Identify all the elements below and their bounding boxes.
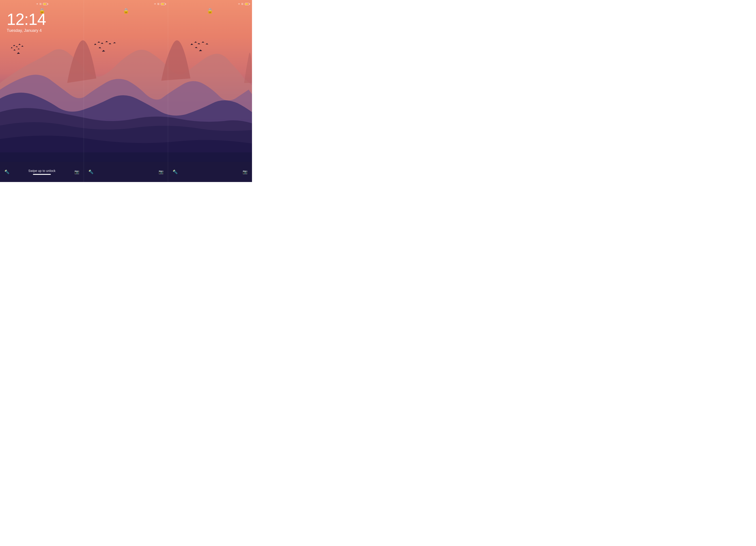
- bottom-bar-3: 🔦 📷: [168, 162, 252, 182]
- flashlight-icon-2[interactable]: 🔦: [88, 169, 93, 174]
- panel-1: ✈ ⛓ 🔒 12:14 Tuesday, January 4 🔦 Swipe u…: [0, 0, 84, 182]
- panel-divider-2: [168, 0, 168, 182]
- flashlight-icon-3[interactable]: 🔦: [173, 169, 178, 174]
- battery-icon-1: [43, 3, 47, 5]
- camera-icon-1[interactable]: 📷: [74, 169, 79, 174]
- camera-icon-2[interactable]: 📷: [159, 169, 164, 174]
- unlock-text-1: Swipe up to unlock: [28, 169, 56, 172]
- panels-container: ✈ ⛓ 🔒 12:14 Tuesday, January 4 🔦 Swipe u…: [0, 0, 252, 182]
- bottom-bar-2: 🔦 📷: [84, 162, 168, 182]
- status-bar-3: ✈ ⛓: [168, 0, 252, 6]
- flashlight-icon-1[interactable]: 🔦: [4, 169, 9, 174]
- lock-icon-3: 🔒: [207, 8, 213, 14]
- airplane-icon-2: ✈: [154, 3, 156, 5]
- battery-icon-2: [161, 3, 165, 5]
- bottom-bar-1: 🔦 Swipe up to unlock 📷: [0, 162, 84, 182]
- status-bar-2: ✈ ⛓: [84, 0, 168, 6]
- panel-2: ✈ ⛓ 🔒 🔦 📷: [84, 0, 168, 182]
- airplane-icon-3: ✈: [238, 3, 240, 5]
- time-display: 12:14 Tuesday, January 4: [7, 11, 46, 33]
- link-icon-2: ⛓: [157, 3, 159, 5]
- airplane-icon-1: ✈: [36, 3, 38, 5]
- clock-time: 12:14: [7, 11, 46, 27]
- panel-3: ✈ ⛓ 🔒 🔦 📷: [168, 0, 252, 182]
- lock-icon-2: 🔒: [123, 8, 129, 14]
- camera-icon-3[interactable]: 📷: [243, 169, 248, 174]
- unlock-section-1[interactable]: Swipe up to unlock: [9, 169, 74, 175]
- unlock-bar-1: [33, 174, 51, 175]
- battery-icon-3: [245, 3, 249, 5]
- link-icon-3: ⛓: [241, 3, 243, 5]
- lock-screen: ✈ ⛓ 🔒 12:14 Tuesday, January 4 🔦 Swipe u…: [0, 0, 252, 182]
- clock-date: Tuesday, January 4: [7, 28, 46, 33]
- link-icon-1: ⛓: [39, 3, 42, 5]
- status-bar-1: ✈ ⛓: [0, 0, 84, 6]
